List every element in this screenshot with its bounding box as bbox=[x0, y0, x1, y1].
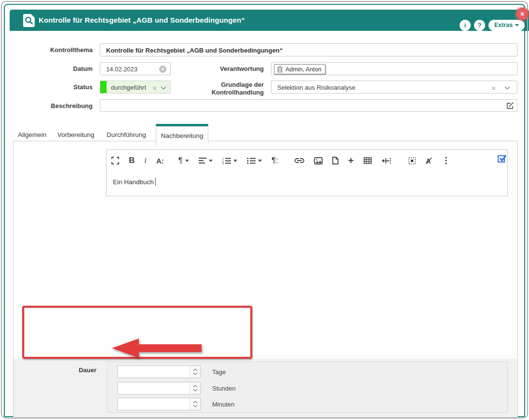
chevron-down-icon[interactable] bbox=[193, 405, 198, 407]
italic-icon[interactable]: i bbox=[144, 156, 147, 165]
clear-status-icon[interactable]: × bbox=[152, 84, 157, 92]
verantwortung-field[interactable]: Admin, Anton bbox=[271, 62, 517, 75]
status-select[interactable]: durchgeführt × bbox=[100, 81, 171, 94]
control-search-icon bbox=[23, 14, 35, 27]
insert-plus-icon[interactable]: + bbox=[348, 155, 354, 166]
dauer-tage-unit: Tage bbox=[212, 368, 226, 376]
verantwortung-label: Verantwortung bbox=[182, 65, 264, 73]
anleitung-editor[interactable]: B i A: ¶ 123 ¶: bbox=[106, 149, 508, 196]
text-caret bbox=[155, 178, 156, 186]
file-icon[interactable] bbox=[332, 157, 339, 164]
verantwortung-chip-label: Admin, Anton bbox=[285, 66, 321, 73]
chevron-down-icon bbox=[515, 24, 519, 27]
editor-text: Ein Handbuch bbox=[113, 178, 154, 186]
dauer-label: Dauer bbox=[15, 366, 96, 374]
chevron-up-icon[interactable] bbox=[193, 368, 198, 371]
ordered-list-icon[interactable]: 123 bbox=[222, 157, 237, 164]
editor-toolbar: B i A: ¶ 123 ¶: bbox=[111, 153, 483, 168]
chevron-down-icon[interactable] bbox=[161, 86, 166, 90]
dialog-window: Kontrolle für Rechtsgebiet „AGB und Sond… bbox=[0, 0, 529, 420]
modal-header: Kontrolle für Rechtsgebiet „AGB und Sond… bbox=[10, 10, 529, 31]
help-button[interactable]: ? bbox=[474, 20, 485, 31]
dauer-stunden-unit: Stunden bbox=[212, 385, 235, 392]
bold-icon[interactable]: B bbox=[129, 156, 135, 165]
kontrollthema-value: Kontrolle für Rechtsgebiet „AGB und Sond… bbox=[106, 46, 283, 54]
dauer-minuten-input[interactable] bbox=[117, 398, 201, 410]
kontrollthema-label: Kontrollthema bbox=[11, 46, 93, 54]
clear-date-icon[interactable]: × bbox=[159, 66, 166, 73]
status-value: durchgeführt bbox=[111, 83, 146, 91]
kontrollthema-input[interactable]: Kontrolle für Rechtsgebiet „AGB und Sond… bbox=[100, 43, 517, 56]
fullscreen-icon[interactable] bbox=[111, 157, 119, 164]
tab-allgemein[interactable]: Allgemein bbox=[18, 131, 46, 138]
datum-value: 14.02.2023 bbox=[106, 65, 137, 72]
image-icon[interactable] bbox=[314, 157, 323, 164]
chevron-down-icon bbox=[185, 160, 189, 162]
dauer-fieldset: Tage Stunden Minuten bbox=[107, 362, 508, 413]
dauer-stunden-input[interactable] bbox=[117, 382, 201, 394]
stepper-buttons[interactable] bbox=[190, 382, 200, 394]
chevron-up-icon[interactable] bbox=[193, 401, 198, 404]
beschreibung-label: Beschreibung bbox=[11, 102, 93, 110]
clear-formatting-icon[interactable]: A bbox=[425, 157, 433, 164]
link-icon[interactable] bbox=[295, 158, 304, 163]
datum-label: Datum bbox=[11, 65, 93, 73]
trash-icon[interactable] bbox=[277, 66, 283, 72]
more-options-icon[interactable] bbox=[445, 157, 447, 164]
paragraph-options-icon[interactable]: ¶: bbox=[271, 156, 278, 165]
bullet-list-icon[interactable] bbox=[247, 157, 262, 164]
editor-content[interactable]: Ein Handbuch bbox=[113, 178, 156, 186]
tab-nachbereitung[interactable]: Nachbereitung bbox=[156, 124, 208, 145]
chevron-up-icon[interactable] bbox=[193, 385, 198, 388]
kontrolle-modal: Kontrolle für Rechtsgebiet „AGB und Sond… bbox=[4, 4, 525, 417]
paragraph-format-icon[interactable]: ¶ bbox=[178, 156, 189, 165]
grundlage-select[interactable]: Selektion aus Risikoanalyse × bbox=[271, 81, 517, 94]
table-icon[interactable] bbox=[364, 157, 372, 164]
chevron-down-icon[interactable] bbox=[193, 372, 198, 375]
dauer-tage-input[interactable] bbox=[117, 366, 201, 378]
svg-text:3: 3 bbox=[222, 162, 224, 164]
stepper-buttons[interactable] bbox=[190, 398, 200, 410]
chevron-down-icon bbox=[209, 160, 213, 162]
beschreibung-input[interactable] bbox=[100, 99, 517, 112]
extras-button[interactable]: Extras bbox=[488, 20, 525, 31]
paragraph-glyph: ¶ bbox=[178, 156, 183, 165]
extras-label: Extras bbox=[494, 22, 513, 28]
page-title: Kontrolle für Rechtsgebiet „AGB und Sond… bbox=[39, 16, 245, 24]
stepper-buttons[interactable] bbox=[190, 366, 200, 378]
chevron-down-icon[interactable] bbox=[504, 86, 510, 90]
verantwortung-chip[interactable]: Admin, Anton bbox=[274, 64, 326, 74]
status-label: Status bbox=[11, 83, 93, 91]
edit-icon[interactable] bbox=[506, 102, 514, 109]
close-button[interactable]: × bbox=[516, 8, 529, 20]
editor-checkbox[interactable] bbox=[498, 155, 505, 163]
dauer-minuten-unit: Minuten bbox=[212, 401, 234, 408]
check-icon bbox=[499, 154, 507, 162]
chevron-down-icon bbox=[233, 160, 237, 162]
clear-grundlage-icon[interactable]: × bbox=[491, 84, 496, 92]
font-size-icon[interactable]: A: bbox=[156, 157, 164, 165]
datum-input[interactable]: 14.02.2023 × bbox=[100, 62, 171, 75]
table-options-icon[interactable] bbox=[381, 157, 391, 164]
grundlage-value: Selektion aus Risikoanalyse bbox=[277, 83, 355, 91]
status-color-swatch bbox=[100, 81, 107, 93]
dauer-section: Dauer Tage Stunden bbox=[14, 359, 517, 417]
align-icon[interactable] bbox=[199, 157, 213, 164]
chevron-down-icon[interactable] bbox=[193, 389, 198, 392]
tab-durchfuehrung[interactable]: Durchführung bbox=[107, 131, 146, 138]
info-button[interactable]: i bbox=[460, 20, 471, 31]
select-all-icon[interactable] bbox=[408, 157, 416, 164]
chevron-down-icon bbox=[258, 160, 262, 162]
grundlage-label: Grundlage der Kontrollhandlung bbox=[201, 81, 264, 97]
tab-vorbereitung[interactable]: Vorbereitung bbox=[57, 131, 95, 138]
